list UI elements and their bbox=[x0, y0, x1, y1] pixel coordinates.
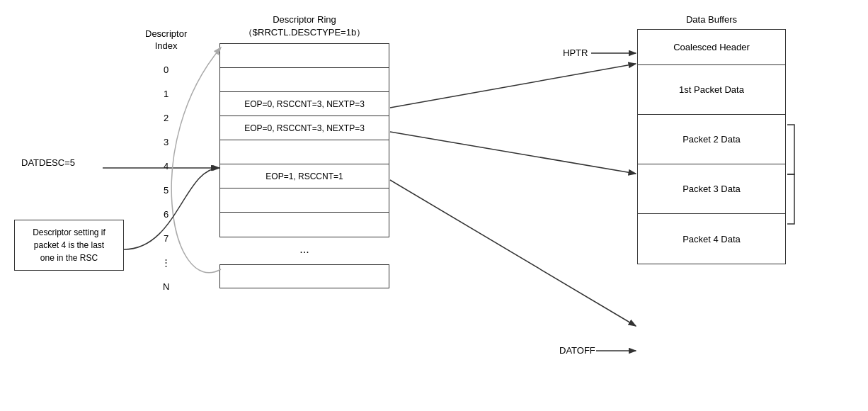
arrow-row2-buffer bbox=[390, 64, 636, 108]
ring-row-5: EOP=1, RSCCNT=1 bbox=[220, 164, 389, 188]
arrow-row3-buffer bbox=[390, 132, 636, 174]
descriptor-ring: Descriptor Ring （$RRCTL.DESCTYPE=1b） EOP… bbox=[219, 14, 389, 288]
arrow-row5-buffer bbox=[390, 180, 636, 326]
buffer-1st-packet: 1st Packet Data bbox=[638, 65, 785, 115]
bracket-packet2 bbox=[787, 125, 794, 174]
ring-subtitle: （$RRCTL.DESCTYPE=1b） bbox=[219, 26, 389, 39]
ring-row-3: EOP=0, RSCCNT=3, NEXTP=3 bbox=[220, 116, 389, 140]
ring-row-1 bbox=[220, 68, 389, 92]
data-buffers-title: Data Buffers bbox=[637, 14, 786, 25]
index-row-n: N bbox=[145, 275, 187, 299]
index-row-dots: ⋮ bbox=[145, 251, 187, 275]
buffer-coalesced-header: Coalesced Header bbox=[638, 30, 785, 65]
hptr-label: HPTR bbox=[563, 47, 588, 58]
datdesc-label: DATDESC=5 bbox=[21, 157, 75, 168]
ring-body: EOP=0, RSCCNT=3, NEXTP=3 EOP=0, RSCCNT=3… bbox=[219, 43, 389, 237]
index-rows: 0 1 2 3 4 5 6 7 ⋮ N bbox=[145, 58, 187, 299]
ring-title: Descriptor Ring bbox=[219, 14, 389, 25]
index-row-0: 0 bbox=[145, 58, 187, 82]
descriptor-box: Descriptor setting if packet 4 is the la… bbox=[14, 220, 124, 271]
buffer-packet4: Packet 4 Data bbox=[638, 214, 785, 264]
index-row-2: 2 bbox=[145, 106, 187, 130]
index-row-6: 6 bbox=[145, 203, 187, 227]
datoff-label: DATOFF bbox=[559, 345, 595, 356]
descriptor-index-title: Descriptor Index bbox=[145, 28, 187, 52]
buffer-packet3: Packet 3 Data bbox=[638, 164, 785, 214]
ring-dots: ... bbox=[219, 237, 389, 261]
buffer-packet2: Packet 2 Data bbox=[638, 115, 785, 164]
diagram-container: Descriptor Index 0 1 2 3 4 5 6 7 ⋮ N Des… bbox=[0, 0, 868, 411]
ring-row-n bbox=[219, 264, 389, 288]
index-row-5: 5 bbox=[145, 179, 187, 203]
index-row-4: 4 bbox=[145, 154, 187, 179]
ring-row-2: EOP=0, RSCCNT=3, NEXTP=3 bbox=[220, 92, 389, 116]
ring-row-7 bbox=[220, 213, 389, 237]
buffer-wrapper: Coalesced Header 1st Packet Data Packet … bbox=[637, 29, 786, 264]
index-row-3: 3 bbox=[145, 130, 187, 154]
ring-row-4 bbox=[220, 140, 389, 164]
ring-row-0 bbox=[220, 44, 389, 68]
data-buffers: Data Buffers Coalesced Header 1st Packet… bbox=[637, 14, 786, 264]
index-row-7: 7 bbox=[145, 227, 187, 251]
bracket-packet3 bbox=[787, 174, 794, 224]
index-row-1: 1 bbox=[145, 82, 187, 106]
buffer-outer: Coalesced Header 1st Packet Data Packet … bbox=[637, 29, 786, 264]
ring-row-6 bbox=[220, 188, 389, 213]
descriptor-index: Descriptor Index 0 1 2 3 4 5 6 7 ⋮ N bbox=[145, 28, 187, 299]
